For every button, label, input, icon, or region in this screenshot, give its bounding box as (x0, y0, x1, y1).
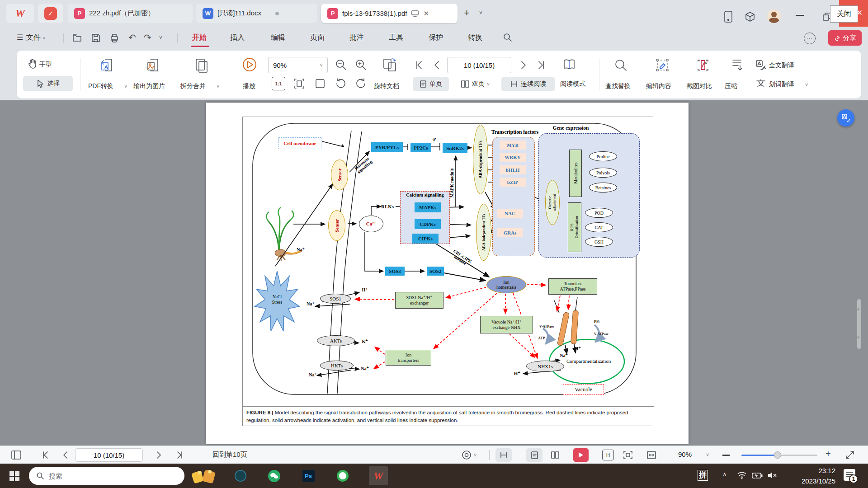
menu-insert[interactable]: 插入 (230, 33, 245, 42)
close-tab-icon[interactable]: ✕ (423, 9, 429, 18)
taskbar-app-wechat[interactable] (268, 469, 280, 482)
menu-comment[interactable]: 批注 (349, 33, 364, 42)
chevron-down-icon[interactable]: ˅ (124, 84, 127, 89)
more-options-icon[interactable]: ··· (804, 33, 816, 44)
zoom-in-icon[interactable] (354, 58, 368, 71)
share-button[interactable]: 分享 (828, 30, 862, 46)
play-label[interactable]: 播放 (243, 82, 255, 90)
single-page-button[interactable]: 单页 (413, 77, 449, 91)
tab-document-1[interactable]: P 222 zh.pdf（已加密） (68, 4, 193, 23)
chevron-down-icon[interactable]: ˅ (217, 84, 219, 89)
print-icon[interactable] (109, 33, 120, 43)
view-visibility-button[interactable]: ˅ (461, 450, 476, 460)
menu-file[interactable]: ☰ 文件 ˅ (17, 33, 46, 42)
next-page-icon[interactable] (156, 450, 163, 460)
chevron-down-icon[interactable]: ˅ (706, 452, 709, 457)
vertical-scrollbar-thumb[interactable] (857, 299, 861, 349)
two-page-button[interactable] (547, 448, 563, 462)
zoom-out-icon[interactable] (334, 58, 348, 71)
sidebar-toggle-icon[interactable] (11, 450, 22, 460)
pdf-convert-icon[interactable] (99, 57, 115, 73)
mobile-view-icon[interactable] (722, 10, 734, 23)
scroll-up-icon[interactable]: ˄ (857, 307, 859, 312)
last-page-icon[interactable] (175, 450, 184, 460)
open-folder-icon[interactable] (72, 33, 83, 43)
app-assistant-icon[interactable]: ✓ (38, 4, 63, 23)
taskbar-app-wps-active[interactable]: W (369, 466, 388, 485)
split-merge-icon[interactable] (193, 57, 209, 73)
back-to-page-button[interactable]: 回到第10页 (212, 450, 247, 459)
taskbar-app-noodles[interactable] (190, 468, 219, 484)
save-icon[interactable] (90, 33, 101, 43)
menu-tools[interactable]: 工具 (389, 33, 403, 42)
scroll-down-icon[interactable]: ˅ (857, 335, 859, 340)
prev-page-icon[interactable] (61, 450, 69, 460)
wps-logo[interactable]: W (6, 4, 34, 23)
zoom-level-dropdown[interactable]: 90%˅ (268, 57, 328, 73)
chevron-down-icon[interactable]: ˅ (805, 82, 808, 87)
fit-page-button[interactable] (292, 77, 306, 90)
zoom-in-button[interactable]: + (826, 449, 831, 459)
first-page-icon[interactable] (41, 450, 50, 460)
prev-page-icon[interactable] (433, 60, 441, 70)
page-indicator-field[interactable]: 10 (10/15) (447, 57, 511, 73)
menu-search-icon[interactable] (503, 33, 513, 42)
hand-tool-label[interactable]: 手型 (39, 61, 52, 69)
monitor-icon[interactable] (411, 10, 419, 17)
quickbar-chevron-icon[interactable]: ˅ (159, 35, 162, 41)
notification-center-icon[interactable]: 1 (844, 469, 855, 481)
translate-word-label[interactable]: 划词翻译 (769, 80, 794, 89)
menu-protect[interactable]: 保护 (429, 33, 443, 42)
tab-document-2[interactable]: W [只读]111.docx (196, 4, 317, 23)
select-tool-button[interactable]: 选择 (23, 76, 73, 91)
translate-full-icon[interactable] (755, 60, 766, 70)
wifi-icon[interactable] (737, 471, 747, 480)
fit-width-button[interactable] (646, 450, 657, 460)
3d-box-icon[interactable] (744, 11, 756, 23)
edit-content-label[interactable]: 编辑内容 (646, 82, 671, 90)
undo-icon[interactable]: ↶ (128, 32, 136, 43)
taskbar-search[interactable] (29, 467, 184, 485)
export-image-label[interactable]: 输出为图片 (133, 82, 165, 90)
export-image-icon[interactable] (145, 57, 161, 73)
actual-size-button[interactable]: 1:1 (272, 77, 285, 90)
book-view-icon[interactable] (562, 58, 576, 71)
split-merge-label[interactable]: 拆分合并 (180, 82, 206, 90)
rotate-document-icon[interactable] (381, 57, 398, 73)
taskbar-app-browser[interactable] (336, 469, 349, 482)
menu-edit[interactable]: 编辑 (271, 33, 285, 42)
find-replace-label[interactable]: 查找替换 (605, 82, 631, 90)
tray-expand-icon[interactable]: ∧ (722, 471, 727, 478)
minimize-button[interactable] (796, 15, 804, 16)
page-indicator-field[interactable]: 10 (10/15) (75, 448, 143, 462)
next-page-icon[interactable] (519, 60, 528, 70)
play-slideshow-icon[interactable] (242, 57, 257, 72)
translate-full-label[interactable]: 全文翻译 (769, 61, 794, 70)
compress-icon[interactable] (730, 58, 744, 72)
search-input[interactable] (49, 472, 166, 480)
edit-content-icon[interactable] (655, 58, 670, 72)
fit-width-button[interactable] (313, 77, 327, 90)
menu-convert[interactable]: 转换 (468, 33, 482, 42)
menu-page[interactable]: 页面 (310, 33, 325, 42)
floating-translate-button[interactable] (837, 109, 854, 127)
document-viewport[interactable]: Transcription factors Gene expression Ca… (0, 100, 868, 446)
continuous-reading-button[interactable]: 连续阅读 (501, 77, 555, 91)
ime-indicator[interactable]: 拼 (698, 470, 708, 481)
find-replace-icon[interactable] (613, 58, 628, 72)
double-page-button[interactable]: 双页˅ (453, 77, 497, 91)
rotate-document-label[interactable]: 旋转文档 (374, 82, 399, 90)
zoom-out-button[interactable] (722, 455, 730, 456)
zoom-percent-label[interactable]: 90% (678, 450, 692, 458)
new-tab-button[interactable]: + (464, 7, 470, 19)
taskbar-app-photoshop[interactable]: Ps (302, 469, 315, 482)
translate-word-icon[interactable] (755, 79, 766, 89)
actual-size-button[interactable]: |:| (602, 450, 614, 460)
redo-icon[interactable]: ↷ (144, 32, 151, 43)
compress-label[interactable]: 压缩 (725, 82, 737, 90)
single-page-button[interactable] (526, 448, 542, 462)
hand-tool-icon[interactable] (28, 58, 38, 69)
clock[interactable]: 23:12 2023/10/25 (788, 466, 835, 486)
fullscreen-button[interactable] (844, 450, 855, 460)
first-page-icon[interactable] (414, 60, 424, 70)
